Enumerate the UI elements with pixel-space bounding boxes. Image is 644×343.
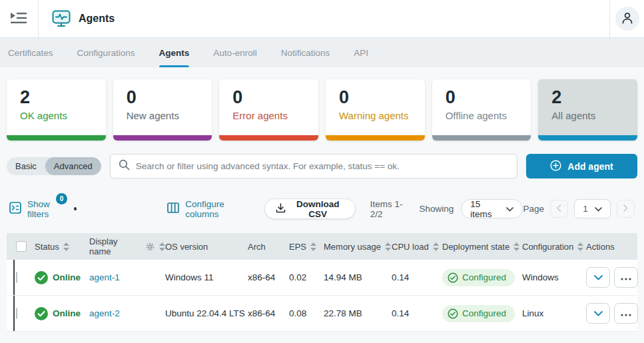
search-mode-basic[interactable]: Basic	[7, 157, 45, 175]
chevron-down-icon	[594, 272, 603, 282]
stat-color-bar	[7, 135, 106, 141]
row-checkbox[interactable]	[16, 308, 17, 319]
search-icon	[119, 159, 130, 173]
agent-name-link[interactable]: agent-2	[89, 308, 120, 318]
sort-icon	[513, 242, 519, 251]
sidebar-toggle-button[interactable]	[0, 0, 39, 37]
status-text: Online	[53, 272, 81, 282]
sort-icon	[385, 242, 391, 251]
main-content: 2 OK agents 0 New agents 0 Error agents …	[0, 67, 644, 332]
row-checkbox[interactable]	[16, 272, 17, 283]
tab-auto-enroll[interactable]: Auto-enroll	[213, 38, 256, 67]
tab-certificates[interactable]: Certificates	[8, 38, 53, 67]
column-header-memory[interactable]: Memory usage	[324, 242, 392, 252]
agents-monitor-icon	[52, 10, 71, 27]
page-number-select[interactable]: 1	[574, 199, 611, 218]
status-cell: Online	[35, 271, 89, 284]
plus-circle-icon	[550, 160, 561, 173]
page-title-group: Agents	[39, 0, 609, 37]
stat-label: Error agents	[232, 110, 318, 121]
download-csv-button[interactable]: Download CSV	[264, 198, 356, 219]
os-version-cell: Windows 11	[165, 272, 248, 282]
tab-notifications[interactable]: Notifications	[281, 38, 330, 67]
column-header-eps[interactable]: EPS	[289, 242, 324, 252]
ellipsis-icon	[621, 272, 631, 282]
search-mode-advanced[interactable]: Advanced	[45, 157, 101, 175]
status-cell: Online	[35, 307, 89, 320]
check-circle-icon	[448, 272, 458, 283]
page-number-value: 1	[583, 204, 588, 214]
stat-color-bar	[113, 135, 212, 141]
sort-icon	[310, 242, 316, 251]
column-header-cpu[interactable]: CPU load	[392, 242, 442, 252]
search-input[interactable]	[136, 161, 509, 171]
stat-card-new-agents[interactable]: 0 New agents	[113, 79, 212, 141]
gear-icon	[145, 242, 155, 252]
tab-api[interactable]: API	[354, 38, 368, 67]
table-toolbar: Show filters 0 Configure columns	[0, 178, 644, 219]
configure-columns-button[interactable]: Configure columns	[167, 199, 247, 219]
filter-row: Basic Advanced	[0, 141, 644, 178]
chevron-right-icon	[623, 204, 628, 214]
row-menu-button[interactable]	[614, 267, 638, 288]
previous-page-button[interactable]	[550, 200, 568, 218]
column-header-status[interactable]: Status	[35, 242, 89, 252]
add-agent-label: Add agent	[567, 161, 613, 172]
tab-agents[interactable]: Agents	[159, 38, 190, 67]
deployment-state-badge: Configured	[442, 305, 515, 322]
show-filters-button[interactable]: Show filters 0	[9, 199, 65, 219]
select-all-checkbox[interactable]	[16, 241, 27, 252]
stat-value: 0	[339, 88, 425, 108]
stat-card-error-agents[interactable]: 0 Error agents	[219, 79, 318, 141]
deployment-state-text: Configured	[462, 272, 506, 282]
stat-label: All agents	[551, 110, 637, 121]
sort-icon	[577, 242, 583, 251]
expand-row-button[interactable]	[586, 267, 610, 288]
user-icon	[621, 11, 634, 27]
column-header-arch[interactable]: Arch	[248, 242, 289, 252]
add-agent-button[interactable]: Add agent	[526, 154, 637, 178]
download-icon	[276, 203, 286, 215]
row-menu-button[interactable]	[614, 303, 638, 324]
user-menu-button[interactable]	[615, 7, 639, 31]
agent-name-link[interactable]: agent-1	[89, 272, 120, 282]
next-page-button[interactable]	[617, 200, 635, 218]
eps-cell: 0.08	[289, 308, 324, 318]
column-header-configuration[interactable]: Configuration	[522, 242, 586, 252]
stat-color-bar	[326, 135, 425, 141]
page-label: Page	[523, 204, 544, 214]
stat-value: 0	[232, 88, 318, 108]
status-online-icon	[35, 307, 48, 320]
stat-card-all-agents[interactable]: 2 All agents	[538, 79, 637, 141]
stat-label: New agents	[127, 110, 212, 121]
deployment-state-badge: Configured	[442, 269, 515, 286]
items-range-label: Items 1-2/2	[370, 199, 409, 219]
app-header: Agents	[0, 0, 644, 38]
stat-card-offline-agents[interactable]: 0 Offline agents	[432, 79, 531, 141]
stat-color-bar	[219, 135, 318, 141]
search-box	[110, 154, 517, 178]
sidebar-toggle-icon	[11, 12, 28, 26]
stat-color-bar	[432, 135, 531, 141]
column-header-os-version[interactable]: OS version	[165, 242, 248, 252]
tab-configurations[interactable]: Configurations	[77, 38, 135, 67]
page-size-select[interactable]: 15 items	[461, 199, 523, 218]
header-right	[609, 0, 644, 37]
configure-columns-label: Configure columns	[185, 199, 247, 219]
actions-cell	[586, 267, 638, 288]
app-root: Agents Certificates Configurations Agent…	[0, 0, 644, 332]
expand-row-button[interactable]	[586, 303, 610, 324]
table-row-agent-2: Online agent-2 Ubuntu 22.04.4 LTS x86-64…	[7, 296, 637, 332]
column-header-deployment[interactable]: Deployment state	[442, 242, 522, 252]
status-online-icon	[35, 271, 48, 284]
sort-icon	[433, 242, 439, 251]
stat-card-warning-agents[interactable]: 0 Warning agents	[326, 79, 425, 141]
showing-label: Showing	[420, 204, 454, 214]
stat-value: 2	[551, 88, 637, 108]
status-text: Online	[53, 308, 81, 318]
sort-icon	[63, 242, 69, 251]
table-row-agent-1: Online agent-1 Windows 11 x86-64 0.02 14…	[7, 260, 637, 296]
column-header-display-name[interactable]: Display name	[89, 236, 165, 256]
search-mode-toggle: Basic Advanced	[7, 157, 101, 175]
stat-card-ok-agents[interactable]: 2 OK agents	[7, 79, 106, 141]
